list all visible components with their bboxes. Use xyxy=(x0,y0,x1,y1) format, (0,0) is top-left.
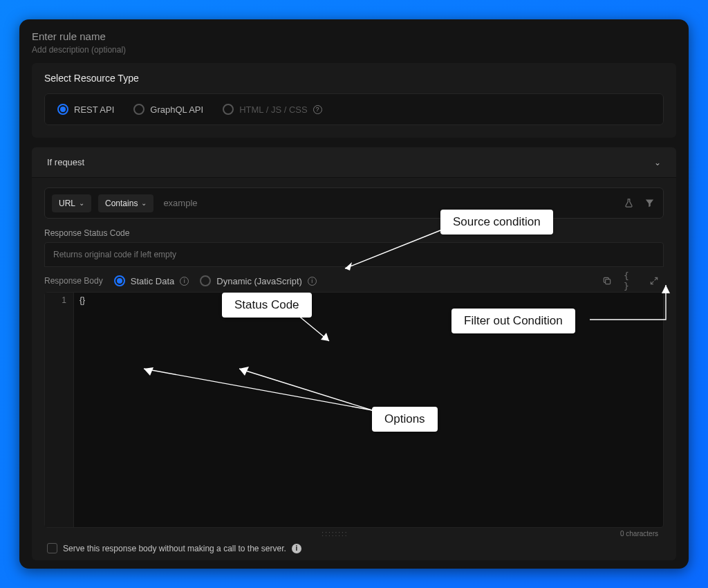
radio-icon xyxy=(114,275,125,286)
request-header[interactable]: If request ⌄ xyxy=(32,147,676,178)
resource-option-rest[interactable]: REST API xyxy=(57,104,114,115)
flask-icon[interactable] xyxy=(622,196,635,210)
status-code-label: Response Status Code xyxy=(44,228,664,238)
svg-rect-0 xyxy=(606,279,611,284)
response-body-label: Response Body xyxy=(44,276,103,286)
filter-icon[interactable] xyxy=(642,196,656,210)
match-type-select[interactable]: Contains ⌄ xyxy=(98,194,153,212)
status-code-input[interactable] xyxy=(44,242,664,267)
resource-option-html[interactable]: HTML / JS / CSS ? xyxy=(223,104,322,115)
radio-icon xyxy=(133,104,145,115)
chevron-down-icon: ⌄ xyxy=(141,199,147,207)
body-option-static[interactable]: Static Data i xyxy=(114,275,189,286)
request-title: If request xyxy=(47,157,84,167)
radio-icon xyxy=(200,275,211,286)
editor-code[interactable]: {} xyxy=(74,293,91,527)
chevron-down-icon: ⌄ xyxy=(654,158,661,167)
expand-icon[interactable] xyxy=(647,274,661,288)
request-panel: If request ⌄ URL ⌄ Contains ⌄ xyxy=(32,147,676,560)
resource-option-label: HTML / JS / CSS xyxy=(239,104,307,115)
resource-option-label: GraphQL API xyxy=(150,104,203,115)
editor-gutter: 1 xyxy=(45,293,74,527)
radio-icon xyxy=(57,104,68,115)
body-option-label: Dynamic (JavaScript) xyxy=(216,276,302,286)
resource-option-label: REST API xyxy=(74,104,114,115)
resource-type-title: Select Resource Type xyxy=(44,73,664,84)
resize-handle-icon[interactable]: :::::::: xyxy=(50,530,620,538)
info-icon: i xyxy=(308,277,317,286)
rule-name-input[interactable]: Enter rule name xyxy=(32,29,676,45)
serve-without-call-checkbox[interactable] xyxy=(47,543,57,553)
info-icon: ? xyxy=(313,105,322,114)
copy-icon[interactable] xyxy=(600,274,614,288)
serve-without-call-label: Serve this response body without making … xyxy=(63,544,286,553)
source-condition-row: URL ⌄ Contains ⌄ xyxy=(44,187,664,219)
url-select-label: URL xyxy=(59,199,75,208)
rule-editor-window: Enter rule name Add description (optiona… xyxy=(19,19,689,569)
response-body-editor[interactable]: 1 {} xyxy=(44,292,664,528)
body-option-label: Static Data xyxy=(131,276,175,286)
chevron-down-icon: ⌄ xyxy=(79,199,84,207)
resource-type-panel: Select Resource Type REST API GraphQL AP… xyxy=(32,63,676,138)
braces-icon[interactable]: { } xyxy=(624,274,637,288)
rule-description-input[interactable]: Add description (optional) xyxy=(32,45,676,63)
resource-type-options: REST API GraphQL API HTML / JS / CSS ? xyxy=(44,93,664,125)
match-type-label: Contains xyxy=(105,199,138,208)
radio-icon xyxy=(223,104,234,115)
info-icon: i xyxy=(292,544,301,553)
resource-option-graphql[interactable]: GraphQL API xyxy=(133,104,203,115)
url-select[interactable]: URL ⌄ xyxy=(52,194,91,212)
source-url-input[interactable] xyxy=(160,194,615,212)
body-option-dynamic[interactable]: Dynamic (JavaScript) i xyxy=(200,275,317,286)
info-icon: i xyxy=(180,277,189,286)
character-count: 0 characters xyxy=(620,530,658,538)
